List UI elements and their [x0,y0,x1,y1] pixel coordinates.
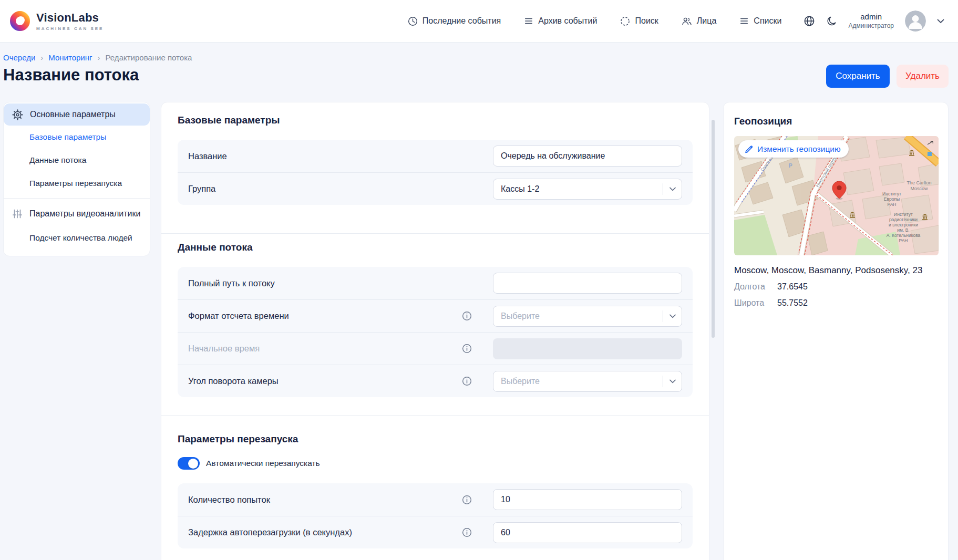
geoposition-card: Геопозиция [723,102,949,560]
breadcrumb-separator: › [98,53,100,62]
group-label: Группа [188,184,493,194]
attempts-row: Количество попыток [178,483,693,516]
clock-icon [408,16,418,26]
sidebar-item-stream-data[interactable]: Данные потока [4,149,150,172]
sidebar-item-video-analytics[interactable]: Параметры видеоаналитики [4,201,150,226]
map-label-institute-europe: Институт [882,191,901,196]
nav-latest-events[interactable]: Последние события [408,16,501,26]
camera-rotation-select[interactable]: Выберите [493,371,682,392]
map-label-institute-europe: РАН [888,202,897,207]
sidebar-item-people-counting[interactable]: Подсчет количества людей [4,226,150,250]
time-format-label: Формат отсчета времени [188,311,462,321]
geoposition-title: Геопозиция [734,115,938,127]
start-time-label: Начальное время [188,344,462,354]
header-tools: admin Администратор [804,11,944,32]
stream-settings-card: Базовые параметры Название Группа Кассы … [161,102,709,560]
save-button[interactable]: Сохранить [826,65,890,88]
restart-delay-input[interactable] [493,522,682,543]
info-icon[interactable] [462,376,472,386]
toggle-knob [188,459,198,469]
start-time-row: Начальное время [178,332,693,365]
map-label-institute-europe: Европы [884,196,900,202]
section-title-restart: Параметры перезапуска [178,433,693,445]
group-select[interactable]: Кассы 1-2 [493,179,682,200]
name-input[interactable] [493,146,682,167]
basic-parameters-group: Название Группа Кассы 1-2 [178,140,693,205]
settings-sidebar: Основные параметры Базовые параметры Дан… [3,102,150,256]
longitude-row: Долгота 37.6545 [734,282,938,292]
breadcrumb-current: Редактирование потока [106,53,192,62]
info-icon[interactable] [462,495,472,505]
time-format-select[interactable]: Выберите [493,306,682,327]
map-label-institute-radio: Институт [894,212,913,217]
user-info[interactable]: admin Администратор [848,12,894,30]
group-select-value: Кассы 1-2 [501,184,663,194]
latitude-label: Широта [734,298,770,308]
nav-lists[interactable]: Списки [739,16,781,26]
start-time-input-disabled [493,338,682,359]
chevron-down-icon [663,187,682,191]
nav-label: Поиск [635,16,658,26]
time-format-placeholder: Выберите [501,312,663,321]
sidebar-item-main-parameters[interactable]: Основные параметры [4,103,150,126]
globe-icon[interactable] [804,15,815,27]
avatar[interactable] [905,11,926,32]
info-icon[interactable] [462,527,472,537]
user-name: admin [848,12,894,22]
nav-search[interactable]: Поиск [620,16,658,26]
nav-label: Последние события [423,16,501,26]
autorestart-toggle[interactable] [178,457,200,470]
sidebar-divider [4,198,150,199]
map-label-institute-radio: А. Котельникова [887,233,921,238]
section-divider [161,415,709,416]
page-title: Название потока [3,66,139,85]
restart-delay-row: Задержка автоперезагрузки (в секундах) [178,516,693,548]
map-label-institute-radio: и электроники [889,222,918,227]
delete-button[interactable]: Удалить [897,65,949,88]
people-icon [682,16,692,26]
page-actions: Сохранить Удалить [826,65,949,88]
list-icon [739,16,749,26]
edit-geoposition-button[interactable]: Изменить геопозицию [738,140,849,158]
user-role: Администратор [848,22,894,30]
chevron-down-icon [663,314,682,318]
map-label-hotel: The Carlton [907,180,931,185]
nav-faces[interactable]: Лица [682,16,717,26]
list-icon [524,16,533,26]
vertical-scrollbar[interactable] [712,120,715,338]
app-header: VisionLabs MACHINES CAN SEE Последние со… [0,0,958,43]
stream-path-input[interactable] [493,273,682,294]
latitude-value: 55.7552 [777,298,808,308]
map[interactable]: The Carlton Moscow Институт Европы РАН И… [734,136,939,255]
longitude-value: 37.6545 [777,282,808,292]
nav-label: Списки [754,16,781,26]
edit-geoposition-label: Изменить геопозицию [757,144,841,154]
sidebar-item-basic-parameters[interactable]: Базовые параметры [4,126,150,149]
user-menu-chevron-down-icon[interactable] [937,19,944,24]
nav-event-archive[interactable]: Архив событий [524,16,597,26]
camera-rotation-row: Угол поворота камеры Выберите [178,365,693,397]
dark-mode-moon-icon[interactable] [826,16,837,27]
sidebar-item-restart-parameters[interactable]: Параметры перезапуска [4,172,150,195]
info-icon[interactable] [462,311,472,321]
breadcrumb-separator: › [40,53,43,62]
map-label-institute-radio: радиотехники [889,217,918,222]
stream-path-label: Полный путь к потоку [188,278,493,288]
name-label: Название [188,151,493,161]
attempts-input[interactable] [493,489,682,510]
attempts-label: Количество попыток [188,495,462,505]
autorestart-label: Автоматически перезапускать [206,459,320,468]
main-nav: Последние события Архив событий Поиск [408,16,782,26]
breadcrumb-monitoring[interactable]: Мониторинг [48,53,92,62]
visionlabs-logo[interactable]: VisionLabs MACHINES CAN SEE [9,11,104,32]
latitude-row: Широта 55.7552 [734,298,938,308]
breadcrumb: Очереди › Мониторинг › Редактирование по… [3,53,192,62]
target-icon [620,16,630,26]
breadcrumb-queues[interactable]: Очереди [3,53,35,62]
info-icon[interactable] [462,344,472,354]
sliders-icon [12,209,23,219]
map-label-institute-radio: РАН [899,238,908,243]
sidebar-item-label: Параметры видеоаналитики [29,209,140,219]
pencil-icon [745,145,753,153]
restart-delay-label: Задержка автоперезагрузки (в секундах) [188,527,462,537]
